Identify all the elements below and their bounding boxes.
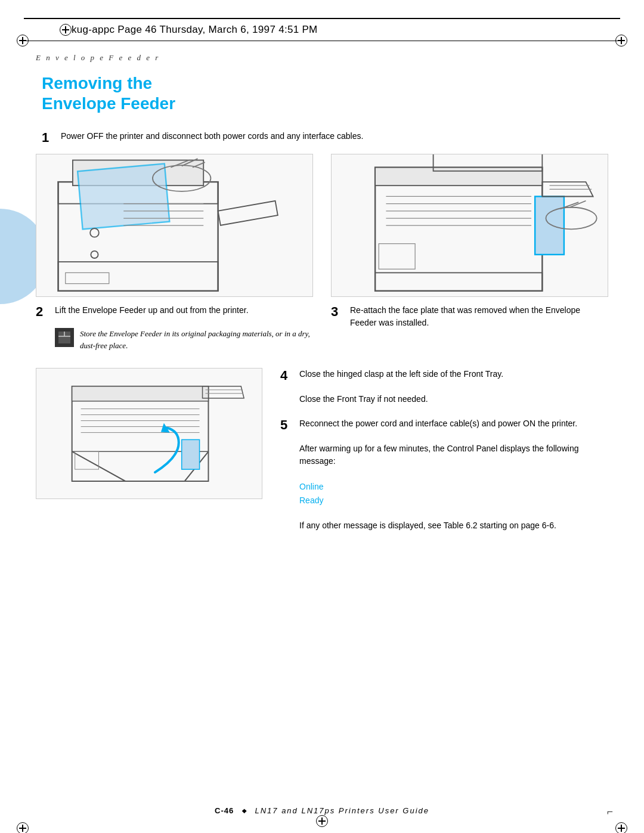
two-col-top: 2 Lift the Envelope Feeder up and out fr… [36,154,608,356]
footer-page: C-46 [215,806,234,815]
tr-circle-cross [615,35,627,47]
step3-row: 3 Re-attach the face plate that was remo… [331,304,608,329]
printer-illustration-3 [332,154,608,297]
lower-section: 4 Close the hinged clasp at the left sid… [36,368,608,535]
printer-illustration-1 [36,154,312,297]
bottom-circle-cross [316,815,328,827]
svg-rect-21 [375,168,542,185]
footer-bold: C-46 ❖ LN17 and LN17ps Printers User Gui… [215,806,429,815]
svg-rect-48 [182,439,200,469]
bottom-cross-icon [318,817,326,825]
tl-circle-cross [17,35,29,47]
lower-left [36,368,262,535]
note-box: Store the Envelope Feeder in its origina… [55,328,313,351]
tr-cross-icon [618,37,625,44]
image-step4 [36,368,262,499]
bl-cross-icon [19,825,26,832]
step5-text2: After warming up for a few minutes, the … [299,444,578,466]
cross-icon [62,26,69,33]
step5-number: 5 [280,417,299,433]
step4-row: 4 Close the hinged clasp at the left sid… [280,368,608,405]
step4-text: Close the hinged clasp at the left side … [299,369,503,379]
br-circle-cross [615,822,627,833]
printer-illustration-4 [36,368,262,499]
svg-point-10 [91,251,98,258]
svg-rect-16 [66,272,109,283]
step4-text-block: Close the hinged clasp at the left side … [299,368,608,405]
step4-number: 4 [280,368,299,383]
svg-rect-23 [535,196,564,254]
section-label: E n v e l o p e F e e d e r [36,53,608,63]
svg-rect-33 [379,244,415,270]
step5-text-block: Reconnect the power cord and interface c… [299,417,608,532]
step4-text2: Close the Front Tray if not needed. [299,394,428,404]
page: kug-appc Page 46 Thursday, March 6, 1997… [0,18,644,833]
svg-rect-32 [375,272,542,290]
footer-diamond: ❖ [242,808,247,815]
step1-number: 1 [42,130,61,145]
corner-mark-top-right [615,35,627,47]
header-bar: kug-appc Page 46 Thursday, March 6, 1997… [24,18,620,41]
step3-text: Re-attach the face plate that was remove… [350,304,608,329]
step5-text3: If any other message is displayed, see T… [299,521,556,530]
bottom-center-mark [316,815,328,827]
bottom-right-angle-mark: ⌐ [607,806,613,818]
main-heading: Removing the Envelope Feeder [42,73,608,113]
footer-title: LN17 and LN17ps Printers User Guide [255,806,429,815]
svg-rect-3 [218,201,278,225]
step3-number: 3 [331,304,350,320]
col-right-top: 3 Re-attach the face plate that was remo… [331,154,608,356]
corner-mark-bottom-left [17,822,29,833]
content-area: E n v e l o p e F e e d e r Removing the… [0,41,644,553]
heading-line2: Envelope Feeder [42,94,175,113]
footer: C-46 ❖ LN17 and LN17ps Printers User Gui… [0,806,644,815]
col-left-top: 2 Lift the Envelope Feeder up and out fr… [36,154,313,356]
step5-cyan-line2: Ready [299,496,323,505]
br-cross-icon [618,825,625,832]
step1-text: Power OFF the printer and disconnect bot… [61,130,608,143]
svg-rect-15 [58,262,218,291]
step2-row: 2 Lift the Envelope Feeder up and out fr… [36,304,313,320]
svg-rect-4 [78,164,169,230]
image-step3 [331,154,608,297]
lower-right: 4 Close the hinged clasp at the left sid… [280,368,608,535]
header-text: kug-appc Page 46 Thursday, March 6, 1997… [72,24,318,36]
bl-circle-cross [17,822,29,833]
header-circle-mark [60,24,72,36]
heading-line1: Removing the [42,74,152,92]
note-icon [55,328,74,347]
image-step1 [36,154,313,297]
step2-text: Lift the Envelope Feeder up and out from… [55,304,313,317]
corner-mark-bottom-right [615,822,627,833]
svg-point-9 [90,228,99,237]
step5-row: 5 Reconnect the power cord and interface… [280,417,608,532]
step5-cyan-line1: Online [299,482,323,491]
step5-text: Reconnect the power cord and interface c… [299,419,577,428]
corner-mark-top-left [17,35,29,47]
step2-number: 2 [36,304,55,320]
step2-note-text: Store the Envelope Feeder in its origina… [80,328,313,351]
step5-display-message: Online Ready [299,480,608,507]
step1-row: 1 Power OFF the printer and disconnect b… [42,130,608,145]
box-icon [57,330,72,345]
steps-area: 1 Power OFF the printer and disconnect b… [42,130,608,145]
tl-cross-icon [19,37,26,44]
svg-rect-37 [72,386,209,401]
